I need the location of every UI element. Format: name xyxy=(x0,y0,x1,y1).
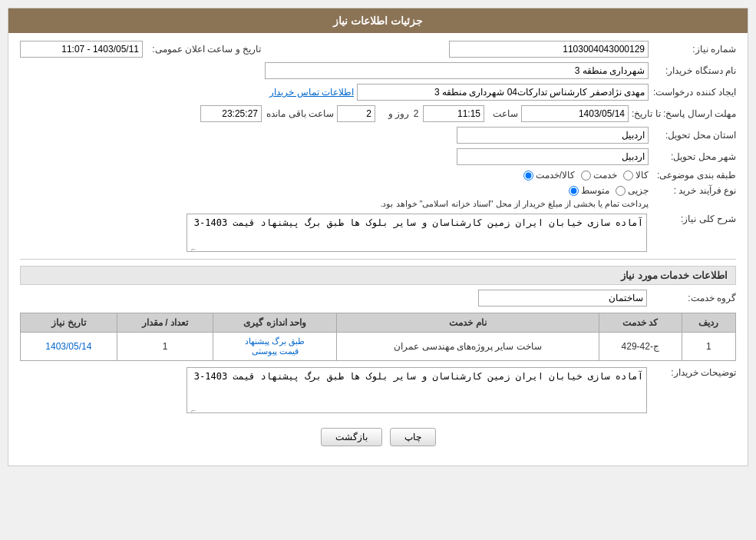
cell-code: ج-42-429 xyxy=(599,333,682,361)
mottavaset-label: متوسط xyxy=(581,185,609,196)
bazgasht-button[interactable]: بازگشت xyxy=(321,428,382,446)
frayand-note: پرداخت تمام یا بخشی از مبلغ خریدار از مح… xyxy=(380,199,649,209)
kalakhedmat-radio-item[interactable]: کالا/خدمت xyxy=(523,170,575,181)
groh-input[interactable] xyxy=(478,290,647,306)
header-title: جزئیات اطلاعات نیاز xyxy=(333,15,423,27)
col-code: کد خدمت xyxy=(599,313,682,333)
khedmat-radio-item[interactable]: خدمت xyxy=(581,170,617,181)
chap-button[interactable]: چاپ xyxy=(390,428,436,446)
tabaqeh-label: طبقه بندی موضوعی: xyxy=(652,170,736,181)
sharhklly-wrapper: آماده سازی خیابان ایران زمین کارشناسان و… xyxy=(187,214,647,254)
mottavaset-radio[interactable] xyxy=(569,186,579,196)
mohlat-row: مهلت ارسال پاسخ: تا تاریخ: ساعت 2 روز و … xyxy=(20,105,736,122)
col-vahed: واحد اندازه گیری xyxy=(213,313,337,333)
shomara-label: شماره نیاز: xyxy=(652,44,736,55)
resize-handle2: ⌐ xyxy=(188,406,196,414)
frayand-radio-group: جزیی متوسط xyxy=(380,185,649,196)
namedastgah-input[interactable] xyxy=(265,62,649,79)
cell-tarikh: 1403/05/14 xyxy=(21,333,117,361)
saaat-input[interactable] xyxy=(423,105,484,122)
main-container: جزئیات اطلاعات نیاز شماره نیاز: تاریخ و … xyxy=(8,8,748,466)
sharhklly-row: شرح کلی نیاز: آماده سازی خیابان ایران زم… xyxy=(20,214,736,254)
tabaqeh-radio-group: کالا خدمت کالا/خدمت xyxy=(523,170,649,181)
content: شماره نیاز: تاریخ و ساعت اعلان عمومی: نا… xyxy=(8,33,748,465)
col-tarikh: تاریخ نیاز xyxy=(21,313,117,333)
shomara-row: شماره نیاز: تاریخ و ساعت اعلان عمومی: xyxy=(20,41,736,58)
tosih-label: توضیحات خریدار: xyxy=(652,367,736,378)
cell-radif: 1 xyxy=(682,333,735,361)
mottavaset-radio-item[interactable]: متوسط xyxy=(569,185,609,196)
jozyi-radio[interactable] xyxy=(616,186,626,196)
resize-handle: ⌐ xyxy=(188,245,196,253)
table-row: 1 ج-42-429 ساخت سایر پروژه‌های مهندسی عم… xyxy=(21,333,736,361)
sharhklly-textarea[interactable]: آماده سازی خیابان ایران زمین کارشناسان و… xyxy=(187,214,647,252)
page-wrapper: جزئیات اطلاعات نیاز شماره نیاز: تاریخ و … xyxy=(0,0,756,540)
ostan-row: استان محل تحویل: xyxy=(20,127,736,144)
separator1 xyxy=(20,259,736,260)
cell-tedad: 1 xyxy=(117,333,213,361)
tosih-textarea[interactable]: آماده سازی خیابان ایران زمین کارشناسان و… xyxy=(187,367,647,413)
rooz-val: 2 xyxy=(412,108,420,119)
rooz-input[interactable] xyxy=(337,105,375,122)
khadamat-title: اطلاعات خدمات مورد نیاز xyxy=(20,266,736,285)
saaat-label: ساعت xyxy=(487,108,518,119)
tosih-wrapper: آماده سازی خیابان ایران زمین کارشناسان و… xyxy=(187,367,647,416)
ijad-row: ایجاد کننده درخواست: اطلاعات تماس خریدار xyxy=(20,84,736,101)
kala-label: کالا xyxy=(636,170,649,181)
kala-radio-item[interactable]: کالا xyxy=(623,170,649,181)
shomara-input[interactable] xyxy=(449,41,649,58)
noefrayand-label: نوع فرآیند خرید : xyxy=(652,185,736,196)
sharhklly-label: شرح کلی نیاز: xyxy=(652,214,736,224)
ijad-link[interactable]: اطلاعات تماس خریدار xyxy=(269,87,354,98)
cell-name: ساخت سایر پروژه‌های مهندسی عمران xyxy=(337,333,599,361)
col-radif: ردیف xyxy=(682,313,735,333)
tabaqeh-row: طبقه بندی موضوعی: کالا خدمت کالا/خدمت xyxy=(20,170,736,181)
cell-vahed: طبق برگ پیشنهادقیمت پیوستی xyxy=(213,333,337,361)
tosih-row: توضیحات خریدار: آماده سازی خیابان ایران … xyxy=(20,367,736,416)
noefrayand-row: نوع فرآیند خرید : جزیی متوسط پرداخت تمام… xyxy=(20,185,736,209)
table-container: ردیف کد خدمت نام خدمت واحد اندازه گیری ت… xyxy=(20,313,736,361)
shahr-label: شهر محل تحویل: xyxy=(652,151,736,162)
khedmat-radio[interactable] xyxy=(581,171,591,181)
groh-row: گروه خدمت: xyxy=(20,290,736,306)
namedastgah-row: نام دستگاه خریدار: xyxy=(20,62,736,79)
jozyi-label: جزیی xyxy=(628,185,649,196)
btn-row: چاپ بازگشت xyxy=(20,420,736,458)
ostan-input[interactable] xyxy=(457,127,649,144)
kalakhedmat-radio[interactable] xyxy=(523,171,533,181)
mohlat-date-input[interactable] xyxy=(521,105,629,122)
ostan-label: استان محل تحویل: xyxy=(652,130,736,141)
khedmat-label: خدمت xyxy=(593,170,617,181)
baqi-input[interactable] xyxy=(200,105,262,122)
baqi-label: ساعت باقی مانده xyxy=(265,108,334,119)
shahr-input[interactable] xyxy=(457,148,649,165)
taarikh-label: تاریخ و ساعت اعلان عمومی: xyxy=(146,44,261,55)
groh-label: گروه خدمت: xyxy=(652,293,736,303)
col-tedad: تعداد / مقدار xyxy=(117,313,213,333)
namedastgah-label: نام دستگاه خریدار: xyxy=(652,65,736,76)
services-table: ردیف کد خدمت نام خدمت واحد اندازه گیری ت… xyxy=(20,313,736,361)
header-bar: جزئیات اطلاعات نیاز xyxy=(8,8,748,33)
jozyi-radio-item[interactable]: جزیی xyxy=(616,185,649,196)
rooz-label: روز و xyxy=(378,108,409,119)
taarikh-input[interactable] xyxy=(20,41,143,58)
shahr-row: شهر محل تحویل: xyxy=(20,148,736,165)
mohlat-label: مهلت ارسال پاسخ: تا تاریخ: xyxy=(632,108,736,119)
ijad-label: ایجاد کننده درخواست: xyxy=(652,87,736,98)
kala-radio[interactable] xyxy=(623,171,633,181)
col-name: نام خدمت xyxy=(337,313,599,333)
kalakhedmat-label: کالا/خدمت xyxy=(536,170,575,181)
ijad-input[interactable] xyxy=(357,84,649,101)
